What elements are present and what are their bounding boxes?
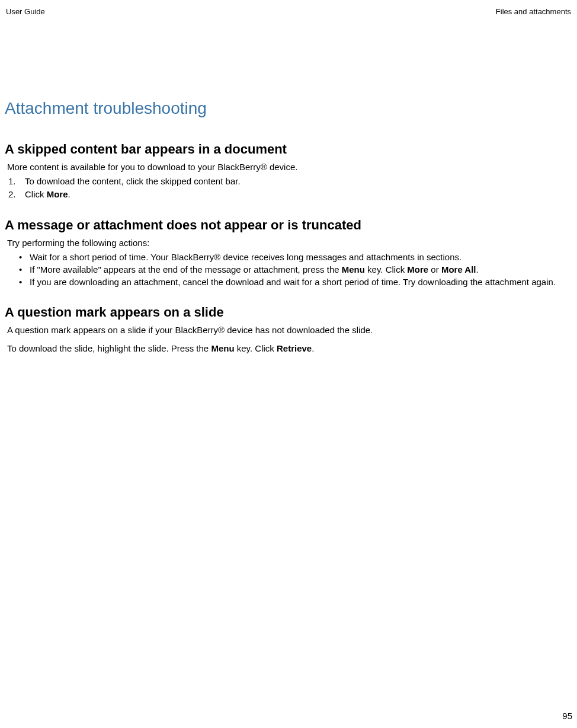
text-fragment: key. Click xyxy=(235,343,277,353)
step-text: To download the content, click the skipp… xyxy=(25,175,241,188)
list-item: • If "More available" appears at the end… xyxy=(19,263,572,276)
section3: A question mark appears on a slide A que… xyxy=(5,305,572,355)
list-item: 2. Click More. xyxy=(8,188,572,201)
bullet-icon: • xyxy=(19,251,30,263)
step-number: 2. xyxy=(8,188,25,201)
page-content: Attachment troubleshooting A skipped con… xyxy=(4,16,573,355)
text-fragment: . xyxy=(476,264,479,274)
section1-heading: A skipped content bar appears in a docum… xyxy=(5,142,572,157)
bold-text: More xyxy=(47,189,68,199)
main-title: Attachment troubleshooting xyxy=(5,99,572,118)
list-item: • If you are downloading an attachment, … xyxy=(19,276,572,288)
section2-bullets: • Wait for a short period of time. Your … xyxy=(19,251,572,288)
bullet-icon: • xyxy=(19,263,30,276)
bold-text: More xyxy=(407,264,428,274)
bullet-icon: • xyxy=(19,276,30,288)
section2-heading: A message or attachment does not appear … xyxy=(5,218,572,233)
bold-text: Retrieve xyxy=(277,343,312,353)
step-text: Click More. xyxy=(25,188,70,201)
bold-text: More All xyxy=(441,264,476,274)
page-number: 95 xyxy=(562,711,572,721)
section3-p2: To download the slide, highlight the sli… xyxy=(7,342,572,355)
bold-text: Menu xyxy=(342,264,365,274)
section1-steps: 1. To download the content, click the sk… xyxy=(8,175,572,201)
page-header: User Guide Files and attachments xyxy=(4,7,573,16)
bullet-text: If you are downloading an attachment, ca… xyxy=(30,276,556,288)
header-left: User Guide xyxy=(6,7,45,16)
text-fragment: or xyxy=(428,264,441,274)
section2-intro: Try performing the following actions: xyxy=(7,237,572,249)
list-item: 1. To download the content, click the sk… xyxy=(8,175,572,188)
text-fragment: . xyxy=(312,343,314,353)
header-right: Files and attachments xyxy=(496,7,571,16)
text-fragment: To download the slide, highlight the sli… xyxy=(7,343,211,353)
text-fragment: . xyxy=(68,189,70,199)
section3-p1: A question mark appears on a slide if yo… xyxy=(7,324,572,336)
text-fragment: If "More available" appears at the end o… xyxy=(30,264,342,274)
step-number: 1. xyxy=(8,175,25,188)
bullet-text: Wait for a short period of time. Your Bl… xyxy=(30,251,461,263)
bold-text: Menu xyxy=(211,343,234,353)
text-fragment: key. Click xyxy=(365,264,407,274)
section1-intro: More content is available for you to dow… xyxy=(7,161,572,173)
bullet-text: If "More available" appears at the end o… xyxy=(30,263,479,276)
section3-heading: A question mark appears on a slide xyxy=(5,305,572,320)
text-fragment: Click xyxy=(25,189,47,199)
list-item: • Wait for a short period of time. Your … xyxy=(19,251,572,263)
